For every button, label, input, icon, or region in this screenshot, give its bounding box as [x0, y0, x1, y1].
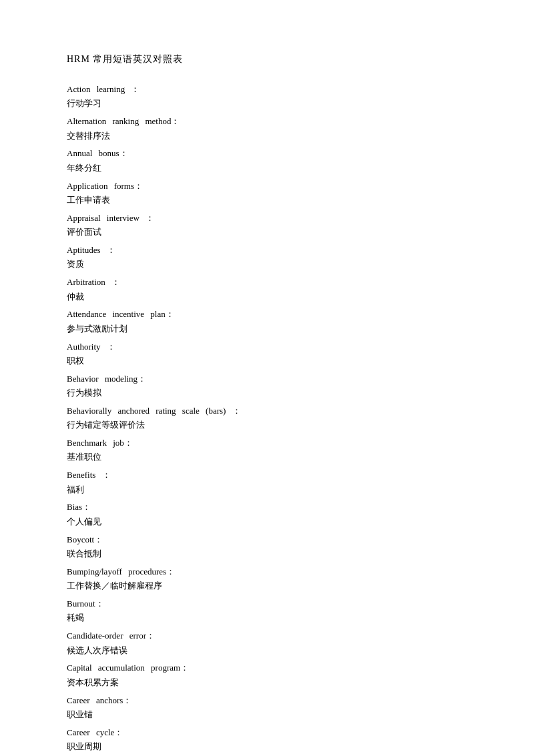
chinese-translation: 参与式激励计划: [67, 322, 467, 336]
list-item: Authority ：职权: [67, 339, 467, 368]
chinese-translation: 耗竭: [67, 611, 467, 625]
english-term: Behaviorally anchored rating scale (bars…: [67, 403, 467, 418]
chinese-translation: 职权: [67, 354, 467, 368]
english-term: Bumping/layoff procedures：: [67, 564, 467, 579]
english-term: Burnout：: [67, 596, 467, 611]
chinese-translation: 资本积累方案: [67, 676, 467, 690]
list-item: Bumping/layoff procedures：工作替换／临时解雇程序: [67, 564, 467, 593]
list-item: Burnout：耗竭: [67, 596, 467, 625]
chinese-translation: 职业周期: [67, 740, 467, 754]
list-item: Candidate-order error：候选人次序错误: [67, 628, 467, 657]
list-item: Career cycle：职业周期: [67, 725, 467, 754]
english-term: Candidate-order error：: [67, 628, 467, 643]
list-item: Bias：个人偏见: [67, 499, 467, 528]
list-item: Career anchors：职业锚: [67, 693, 467, 722]
list-item: Behaviorally anchored rating scale (bars…: [67, 403, 467, 432]
chinese-translation: 行动学习: [67, 97, 467, 111]
chinese-translation: 联合抵制: [67, 547, 467, 561]
list-item: Annual bonus：年终分红: [67, 145, 467, 175]
english-term: Authority ：: [67, 339, 467, 354]
chinese-translation: 福利: [67, 483, 467, 497]
list-item: Application forms：工作申请表: [67, 178, 467, 208]
list-item: Alternation ranking method：交替排序法: [67, 113, 467, 143]
list-item: Appraisal interview ：评价面试: [67, 210, 467, 240]
list-item: Action learning ：行动学习: [67, 81, 467, 111]
list-item: Attendance incentive plan：参与式激励计划: [67, 306, 467, 336]
english-term: Annual bonus：: [67, 145, 467, 161]
chinese-translation: 个人偏见: [67, 515, 467, 529]
list-item: Benchmark job：基准职位: [67, 435, 467, 464]
chinese-translation: 资质: [67, 258, 467, 272]
english-term: Behavior modeling：: [67, 371, 467, 386]
chinese-translation: 职业锚: [67, 708, 467, 722]
chinese-translation: 行为模拟: [67, 386, 467, 400]
chinese-translation: 年终分红: [67, 161, 467, 175]
list-item: Aptitudes ：资质: [67, 242, 467, 272]
english-term: Arbitration ：: [67, 274, 467, 290]
list-item: Boycott：联合抵制: [67, 532, 467, 561]
english-term: Action learning ：: [67, 81, 467, 97]
chinese-translation: 行为锚定等级评价法: [67, 418, 467, 432]
list-item: Behavior modeling：行为模拟: [67, 371, 467, 400]
english-term: Career anchors：: [67, 693, 467, 708]
list-item: Arbitration ：仲裁: [67, 274, 467, 304]
english-term: Boycott：: [67, 532, 467, 547]
chinese-translation: 仲裁: [67, 290, 467, 304]
english-term: Bias：: [67, 499, 467, 514]
page-title: HRM 常用短语英汉对照表: [67, 53, 467, 65]
english-term: Career cycle：: [67, 725, 467, 740]
english-term: Benchmark job：: [67, 435, 467, 450]
chinese-translation: 评价面试: [67, 226, 467, 240]
english-term: Appraisal interview ：: [67, 210, 467, 226]
english-term: Capital accumulation program：: [67, 660, 467, 675]
chinese-translation: 基准职位: [67, 450, 467, 464]
page: HRM 常用短语英汉对照表 Action learning ：行动学习Alter…: [0, 0, 534, 756]
english-term: Application forms：: [67, 178, 467, 194]
list-item: Benefits ：福利: [67, 467, 467, 496]
english-term: Aptitudes ：: [67, 242, 467, 258]
entries-container: Action learning ：行动学习Alternation ranking…: [67, 81, 467, 754]
chinese-translation: 交替排序法: [67, 129, 467, 143]
chinese-translation: 工作申请表: [67, 194, 467, 208]
list-item: Capital accumulation program：资本积累方案: [67, 660, 467, 689]
english-term: Benefits ：: [67, 467, 467, 482]
english-term: Attendance incentive plan：: [67, 306, 467, 322]
chinese-translation: 工作替换／临时解雇程序: [67, 579, 467, 593]
english-term: Alternation ranking method：: [67, 113, 467, 129]
chinese-translation: 候选人次序错误: [67, 644, 467, 658]
